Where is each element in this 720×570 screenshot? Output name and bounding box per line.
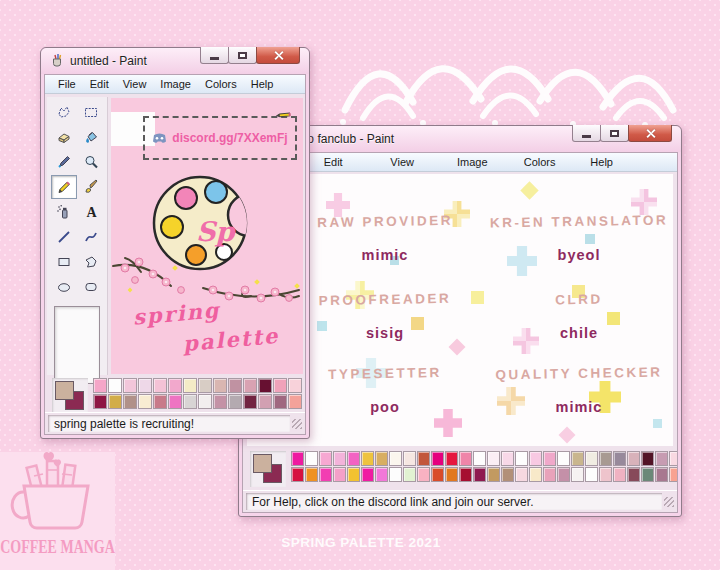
color-swatch[interactable] — [288, 394, 302, 409]
current-colors[interactable] — [52, 378, 88, 414]
current-colors[interactable] — [250, 451, 286, 487]
color-swatch[interactable] — [641, 451, 654, 466]
color-swatch[interactable] — [389, 451, 402, 466]
color-swatch[interactable] — [333, 451, 346, 466]
color-swatch[interactable] — [403, 451, 416, 466]
color-swatch[interactable] — [641, 467, 654, 482]
menu-colors[interactable]: Colors — [524, 156, 591, 168]
color-swatch[interactable] — [431, 467, 444, 482]
menu-help[interactable]: Help — [244, 78, 281, 90]
color-swatch[interactable] — [669, 451, 678, 466]
minimize-button[interactable] — [572, 125, 601, 142]
foreground-color-swatch[interactable] — [253, 454, 272, 473]
color-swatch[interactable] — [258, 378, 272, 393]
color-swatch[interactable] — [273, 378, 287, 393]
color-swatch[interactable] — [108, 378, 122, 393]
color-swatch[interactable] — [228, 378, 242, 393]
color-swatch[interactable] — [213, 378, 227, 393]
tool-line[interactable] — [51, 225, 77, 249]
color-swatch[interactable] — [198, 378, 212, 393]
color-swatch[interactable] — [347, 467, 360, 482]
color-swatch[interactable] — [305, 467, 318, 482]
color-swatch[interactable] — [599, 451, 612, 466]
color-swatch[interactable] — [655, 467, 668, 482]
color-swatch[interactable] — [228, 394, 242, 409]
color-swatch[interactable] — [138, 378, 152, 393]
color-swatch[interactable] — [459, 467, 472, 482]
tool-magnifier[interactable] — [78, 150, 104, 174]
close-button[interactable] — [256, 47, 300, 64]
discord-link[interactable]: discord.gg/7XXemFj — [172, 131, 287, 145]
color-swatch[interactable] — [445, 467, 458, 482]
color-swatch[interactable] — [431, 451, 444, 466]
color-swatch[interactable] — [543, 467, 556, 482]
color-swatch[interactable] — [585, 451, 598, 466]
color-swatch[interactable] — [123, 394, 137, 409]
color-swatch[interactable] — [627, 451, 640, 466]
tool-eraser[interactable] — [51, 125, 77, 149]
resize-grip[interactable] — [292, 419, 302, 429]
color-swatch[interactable] — [243, 394, 257, 409]
resize-grip[interactable] — [664, 497, 674, 507]
color-swatch[interactable] — [123, 378, 137, 393]
color-swatch[interactable] — [291, 467, 304, 482]
tool-select[interactable] — [78, 100, 104, 124]
color-swatch[interactable] — [571, 451, 584, 466]
color-swatch[interactable] — [153, 394, 167, 409]
color-swatch[interactable] — [417, 467, 430, 482]
tool-ellipse[interactable] — [51, 275, 77, 299]
tool-polygon[interactable] — [78, 250, 104, 274]
titlebar[interactable]: untitled - Paint — [41, 48, 309, 74]
color-swatch[interactable] — [655, 451, 668, 466]
paint-canvas[interactable]: RAW PROVIDERmimicKR-EN TRANSLATORbyeolPR… — [247, 174, 673, 446]
color-swatch[interactable] — [198, 394, 212, 409]
tool-text[interactable]: A — [78, 200, 104, 224]
menu-view[interactable]: View — [390, 156, 457, 168]
color-swatch[interactable] — [515, 467, 528, 482]
color-swatch[interactable] — [361, 467, 374, 482]
color-swatch[interactable] — [273, 394, 287, 409]
color-swatch[interactable] — [213, 394, 227, 409]
color-swatch[interactable] — [183, 394, 197, 409]
tool-color-picker[interactable] — [51, 150, 77, 174]
color-swatch[interactable] — [168, 394, 182, 409]
menu-colors[interactable]: Colors — [198, 78, 244, 90]
color-swatch[interactable] — [417, 451, 430, 466]
color-swatch[interactable] — [529, 467, 542, 482]
color-swatch[interactable] — [138, 394, 152, 409]
close-button[interactable] — [628, 125, 672, 142]
tool-pencil[interactable] — [51, 175, 77, 199]
color-swatch[interactable] — [108, 394, 122, 409]
color-swatch[interactable] — [557, 467, 570, 482]
color-swatch[interactable] — [305, 451, 318, 466]
color-swatch[interactable] — [473, 451, 486, 466]
minimize-button[interactable] — [200, 47, 229, 64]
color-swatch[interactable] — [153, 378, 167, 393]
color-swatch[interactable] — [501, 451, 514, 466]
color-swatch[interactable] — [403, 467, 416, 482]
foreground-color-swatch[interactable] — [55, 381, 74, 400]
color-swatch[interactable] — [375, 467, 388, 482]
selection-box[interactable]: discord.gg/7XXemFj — [143, 116, 297, 160]
paint-canvas[interactable]: discord.gg/7XXemFj Sp — [111, 98, 303, 374]
tool-curve[interactable] — [78, 225, 104, 249]
menu-edit[interactable]: Edit — [83, 78, 116, 90]
tool-fill[interactable] — [78, 125, 104, 149]
color-swatch[interactable] — [473, 467, 486, 482]
tool-options-box[interactable] — [54, 306, 100, 384]
color-swatch[interactable] — [487, 467, 500, 482]
tool-brush[interactable] — [78, 175, 104, 199]
menu-file[interactable]: File — [51, 78, 83, 90]
color-swatch[interactable] — [288, 378, 302, 393]
color-swatch[interactable] — [571, 467, 584, 482]
menu-edit[interactable]: Edit — [324, 156, 391, 168]
color-swatch[interactable] — [319, 451, 332, 466]
color-swatch[interactable] — [333, 467, 346, 482]
menu-image[interactable]: Image — [153, 78, 198, 90]
tool-rectangle[interactable] — [51, 250, 77, 274]
color-swatch[interactable] — [361, 451, 374, 466]
color-swatch[interactable] — [258, 394, 272, 409]
color-swatch[interactable] — [291, 451, 304, 466]
maximize-button[interactable] — [600, 125, 629, 142]
color-swatch[interactable] — [543, 451, 556, 466]
